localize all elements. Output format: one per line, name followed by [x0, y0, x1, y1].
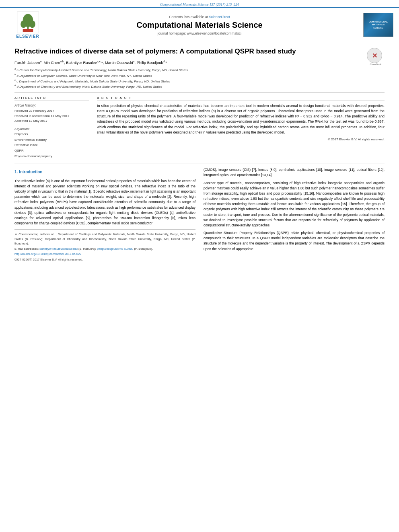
copyright-line: © 2017 Elsevier B.V. All rights reserved…	[97, 138, 385, 141]
accepted-date: Accepted 12 May 2017	[14, 119, 89, 124]
article-info-abstract-layout: ARTICLE INFO Article history: Received 2…	[14, 96, 385, 159]
email1[interactable]: bakhtiyor.rasulev@ndsu.edu	[39, 247, 78, 251]
email1-person: (B. Rasulev);	[78, 247, 96, 251]
elsevier-logo: ELSEVIER	[16, 11, 39, 39]
author-sup-a: a	[40, 60, 41, 63]
author-chen: Min Chen	[44, 60, 60, 65]
author-boudjouk: Philip Boudjouk	[137, 60, 163, 65]
article-info-label: ARTICLE INFO	[14, 96, 89, 101]
article-info-col: ARTICLE INFO Article history: Received 2…	[14, 96, 89, 159]
crossmark-circle: ✕	[367, 48, 382, 63]
section-divider-2	[14, 164, 385, 164]
affil-b: b b Department of Computer Science, Stat…	[14, 73, 385, 78]
keyword-2: Refractive index	[14, 142, 89, 148]
footnote-area: ∗ Corresponding authors at: ; Department…	[14, 229, 195, 262]
contents-text: Contents lists available at	[169, 15, 208, 19]
keyword-3: QSPR	[14, 148, 89, 154]
authors-line: Farukh Jabeena, Min Chena,b, Bakhtiyor R…	[14, 60, 385, 65]
journal-thumb-text: COMPUTATIONALMATERIALSSCIENCE	[369, 21, 388, 29]
author-sup-a2: a	[133, 60, 135, 63]
email-line: E-mail addresses: bakhtiyor.rasulev@ndsu…	[14, 246, 195, 251]
intro-para-right-1: (CMOS), image sensors (CIS) [7], lenses …	[204, 167, 385, 178]
intro-para-right-3: Quantitative Structure Property Relation…	[204, 230, 385, 252]
email-label: E-mail addresses:	[14, 247, 39, 251]
keywords-section: Keywords: Polymers Environmental stabili…	[14, 127, 89, 159]
journal-header-left: ELSEVIER	[6, 11, 50, 39]
journal-header-center: Contents lists available at ScienceDirec…	[50, 15, 349, 35]
keywords-label: Keywords:	[14, 127, 89, 131]
body-right-col: (CMOS), image sensors (CIS) [7], lenses …	[204, 167, 385, 263]
revised-date: Received in revised form 11 May 2017	[14, 114, 89, 119]
email2-person: (P. Boudjouk).	[134, 247, 153, 251]
elsevier-wordmark: ELSEVIER	[16, 34, 39, 39]
author-sup-ab: a,b	[60, 60, 64, 63]
author-star-2: *	[165, 61, 167, 65]
body-two-col: 1. Introduction The refractive index (n)…	[14, 167, 385, 263]
email2[interactable]: philip.boudjouk@nd-su.edu	[97, 247, 133, 251]
crossmark-label: CrossMark	[367, 63, 385, 66]
article-title: Refractive indices of diverse data set o…	[14, 47, 385, 56]
article-body: Refractive indices of diverse data set o…	[0, 42, 399, 267]
corresponding-note: ∗ Corresponding authors at: ; Department…	[14, 232, 195, 246]
doi-line[interactable]: http://dx.doi.org/10.1016/j.commatsci.20…	[14, 252, 195, 256]
citation-text: Computational Materials Science 137 (201…	[160, 2, 239, 6]
abstract-text: In silico prediction of physico-chemical…	[97, 103, 385, 135]
affil-c: c c Department of Coatings and Polymeric…	[14, 78, 385, 84]
keyword-0: Polymers	[14, 131, 89, 137]
body-left-col: 1. Introduction The refractive index (n)…	[14, 167, 195, 263]
intro-para-right-2: Another type of material, nanocomposites…	[204, 181, 385, 228]
affiliations: a a Center for Computationally Assisted …	[14, 67, 385, 89]
journal-title: Computational Materials Science	[50, 21, 349, 30]
svg-point-5	[29, 21, 35, 28]
intro-para-left-1: The refractive index (n) is one of the i…	[14, 179, 195, 226]
sciencedirect-link[interactable]: ScienceDirect	[209, 15, 230, 19]
crossmark-icon: ✕	[372, 52, 377, 60]
journal-homepage: journal homepage: www.elsevier.com/locat…	[50, 31, 349, 35]
journal-top-citation: Computational Materials Science 137 (201…	[0, 0, 399, 7]
crossmark-badge[interactable]: ✕ CrossMark	[367, 48, 385, 64]
journal-header: ELSEVIER Contents lists available at Sci…	[0, 7, 399, 42]
abstract-label: A B S T R A C T	[97, 96, 385, 101]
received-date: Received 22 February 2017	[14, 109, 89, 114]
journal-thumbnail: COMPUTATIONALMATERIALSSCIENCE	[363, 13, 393, 37]
author-sup-ac: a,c,	[97, 60, 101, 63]
journal-header-right: COMPUTATIONALMATERIALSSCIENCE	[349, 13, 393, 37]
introduction-heading: 1. Introduction	[14, 169, 195, 175]
author-star-1: *	[101, 61, 103, 65]
author-ossowski: Martin Ossowski	[105, 60, 133, 65]
issn-line: 0927-0256/© 2017 Elsevier B.V. All right…	[14, 257, 195, 262]
keyword-1: Environmental stability	[14, 137, 89, 143]
elsevier-tree-icon	[17, 11, 39, 33]
svg-point-4	[21, 21, 27, 28]
keyword-4: Physico-chemical property	[14, 154, 89, 159]
affil-d: d d Department of Chemistry and Biochemi…	[14, 84, 385, 89]
contents-line: Contents lists available at ScienceDirec…	[50, 15, 349, 19]
section-divider-1	[14, 92, 385, 93]
abstract-col: A B S T R A C T In silico prediction of …	[97, 96, 385, 159]
author-jabeen: Farukh Jabeen	[14, 60, 40, 65]
article-title-section: Refractive indices of diverse data set o…	[14, 47, 385, 56]
affil-a: a a Center for Computationally Assisted …	[14, 67, 385, 73]
author-rasulev: Bakhtiyor Rasulev	[66, 60, 97, 65]
article-history-label: Article history:	[14, 103, 89, 107]
page-wrapper: Computational Materials Science 137 (201…	[0, 0, 399, 532]
